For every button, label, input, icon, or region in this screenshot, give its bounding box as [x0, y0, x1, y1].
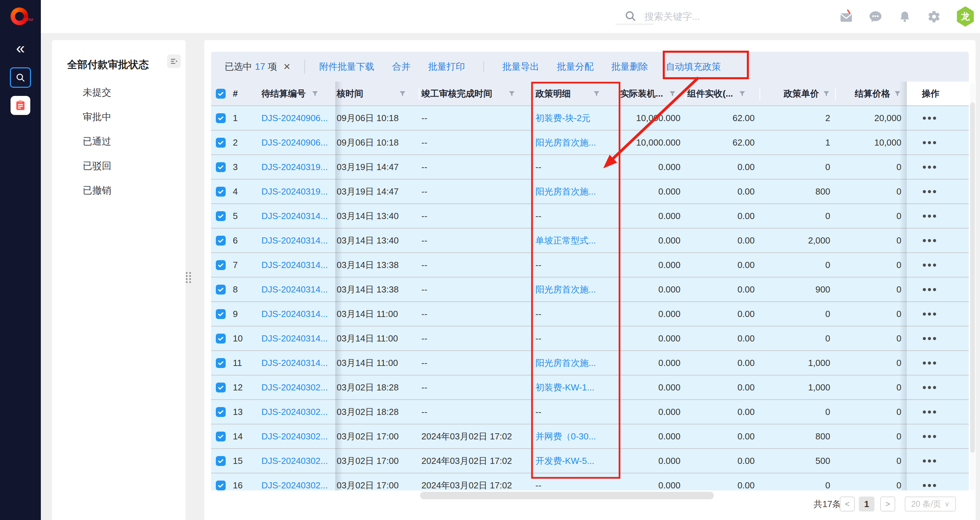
table-row[interactable]: 13DJS-20240302...03月02日 18:28----0.0000.… [211, 400, 969, 425]
row-checkbox[interactable] [216, 358, 226, 368]
toolbar-action[interactable]: 批量删除 [611, 60, 648, 73]
column-header-v1[interactable]: 实际装机... [619, 82, 686, 105]
row-checkbox[interactable] [216, 236, 226, 246]
row-actions-button[interactable] [922, 312, 937, 315]
settlement-code-link[interactable]: DJS-20240906... [261, 113, 328, 124]
filter-icon[interactable] [508, 90, 516, 98]
rail-search-icon[interactable] [10, 67, 31, 88]
row-actions-button[interactable] [922, 263, 937, 266]
row-actions-button[interactable] [922, 337, 937, 340]
filter-icon[interactable] [311, 90, 319, 98]
policy-detail-link[interactable]: 初装费-块-2元 [535, 112, 590, 124]
toolbar-action[interactable]: 批量分配 [557, 60, 593, 73]
prev-page-button[interactable]: < [840, 496, 855, 512]
collapse-rail-icon[interactable]: « [0, 40, 41, 56]
search-input[interactable] [644, 11, 746, 22]
row-checkbox[interactable] [216, 431, 226, 441]
settlement-code-link[interactable]: DJS-20240302... [261, 431, 328, 442]
settlement-code-link[interactable]: DJS-20240302... [261, 456, 328, 466]
table-row[interactable]: 11DJS-20240314...03月14日 11:00--阳光房首次施...… [211, 351, 969, 376]
policy-detail-link[interactable]: 阳光房首次施... [535, 284, 596, 295]
row-actions-button[interactable] [922, 435, 937, 438]
toolbar-action[interactable]: 合并 [392, 60, 410, 73]
column-header-policy[interactable]: 政策明细 [533, 82, 619, 105]
messages-icon[interactable] [869, 10, 883, 24]
table-row[interactable]: 8DJS-20240314...03月14日 13:38--阳光房首次施...0… [211, 277, 969, 302]
settlement-code-link[interactable]: DJS-20240302... [261, 407, 328, 417]
status-filter-item[interactable]: 审批中 [83, 105, 111, 129]
toolbar-action[interactable]: 批量打印 [428, 60, 465, 73]
toolbar-action[interactable]: 自动填充政策 [666, 60, 721, 73]
panel-collapse-button[interactable] [167, 54, 181, 68]
settlement-code-link[interactable]: DJS-20240906... [261, 137, 328, 148]
settlement-code-link[interactable]: DJS-20240319... [261, 186, 328, 197]
status-filter-item[interactable]: 已通过 [83, 129, 111, 154]
row-actions-button[interactable] [922, 386, 937, 389]
user-avatar[interactable]: 龙 [956, 6, 975, 27]
row-checkbox[interactable] [216, 113, 226, 123]
column-header-t2[interactable]: 竣工审核完成时间 [419, 82, 533, 105]
rail-document-icon[interactable] [11, 96, 30, 115]
row-checkbox[interactable] [216, 211, 226, 221]
next-page-button[interactable]: > [880, 496, 895, 512]
toolbar-action[interactable]: 附件批量下载 [319, 60, 374, 73]
settlement-code-link[interactable]: DJS-20240314... [261, 284, 328, 295]
row-actions-button[interactable] [922, 484, 937, 487]
column-header-v2[interactable]: 组件实收(... [686, 82, 760, 105]
global-search[interactable] [625, 0, 746, 33]
row-actions-button[interactable] [922, 166, 937, 169]
column-header-code[interactable]: 待结算编号 [255, 82, 335, 105]
row-checkbox[interactable] [216, 334, 226, 344]
column-header-v3[interactable]: 政策单价 [760, 82, 836, 105]
settlement-code-link[interactable]: DJS-20240314... [261, 333, 328, 344]
policy-detail-link[interactable]: 阳光房首次施... [535, 186, 596, 198]
select-all-checkbox[interactable] [216, 89, 226, 98]
table-row[interactable]: 5DJS-20240314...03月14日 13:40----0.0000.0… [211, 204, 969, 228]
row-checkbox[interactable] [216, 162, 226, 172]
settlement-code-link[interactable]: DJS-20240314... [261, 260, 328, 270]
table-row[interactable]: 4DJS-20240319...03月19日 14:47--阳光房首次施...0… [211, 179, 969, 204]
mail-icon[interactable] [839, 10, 853, 24]
settlement-code-link[interactable]: DJS-20240302... [261, 382, 328, 393]
row-checkbox[interactable] [216, 138, 226, 147]
row-checkbox[interactable] [216, 285, 226, 295]
filter-icon[interactable] [399, 90, 406, 98]
filter-icon[interactable] [668, 90, 676, 98]
row-actions-button[interactable] [922, 117, 937, 120]
current-page-button[interactable]: 1 [859, 496, 875, 512]
table-row[interactable]: 1DJS-20240906...09月06日 10:18--初装费-块-2元10… [211, 106, 969, 131]
settlement-code-link[interactable]: DJS-20240314... [261, 211, 328, 221]
row-checkbox[interactable] [216, 309, 226, 319]
row-checkbox[interactable] [216, 187, 226, 197]
clear-selection-icon[interactable]: ✕ [283, 62, 291, 72]
filter-icon[interactable] [593, 90, 600, 98]
settlement-code-link[interactable]: DJS-20240314... [261, 235, 328, 246]
settlement-code-link[interactable]: DJS-20240319... [261, 162, 328, 173]
settlement-code-link[interactable]: DJS-20240302... [261, 480, 328, 491]
row-actions-button[interactable] [922, 239, 937, 242]
settlement-code-link[interactable]: DJS-20240314... [261, 309, 328, 319]
policy-detail-link[interactable]: 并网费（0-30... [535, 431, 596, 442]
row-checkbox[interactable] [216, 480, 226, 490]
row-actions-button[interactable] [922, 215, 937, 218]
policy-detail-link[interactable]: 初装费-KW-1... [535, 382, 594, 393]
status-filter-item[interactable]: 已驳回 [83, 154, 111, 178]
filter-icon[interactable] [822, 90, 830, 98]
vertical-scrollbar-thumb[interactable] [970, 102, 975, 453]
row-actions-button[interactable] [922, 411, 937, 414]
vertical-scrollbar[interactable] [970, 82, 975, 490]
row-checkbox[interactable] [216, 383, 226, 392]
policy-detail-link[interactable]: 阳光房首次施... [535, 137, 596, 149]
status-filter-item[interactable]: 已撤销 [83, 178, 111, 203]
page-size-select[interactable]: 20 条/页 ∨ [905, 496, 956, 512]
row-actions-button[interactable] [922, 141, 937, 144]
status-filter-item[interactable]: 未提交 [83, 80, 111, 105]
notifications-bell-icon[interactable] [897, 10, 912, 24]
policy-detail-link[interactable]: 开发费-KW-5... [535, 455, 594, 467]
policy-detail-link[interactable]: 单坡正常型式... [535, 235, 596, 247]
toolbar-action[interactable]: 批量导出 [503, 60, 539, 73]
row-checkbox[interactable] [216, 260, 226, 270]
table-row[interactable]: 9DJS-20240314...03月14日 11:00----0.0000.0… [211, 302, 969, 327]
table-row[interactable]: 12DJS-20240302...03月02日 18:28--初装费-KW-1.… [211, 376, 969, 400]
table-row[interactable]: 7DJS-20240314...03月14日 13:38----0.0000.0… [211, 253, 969, 277]
